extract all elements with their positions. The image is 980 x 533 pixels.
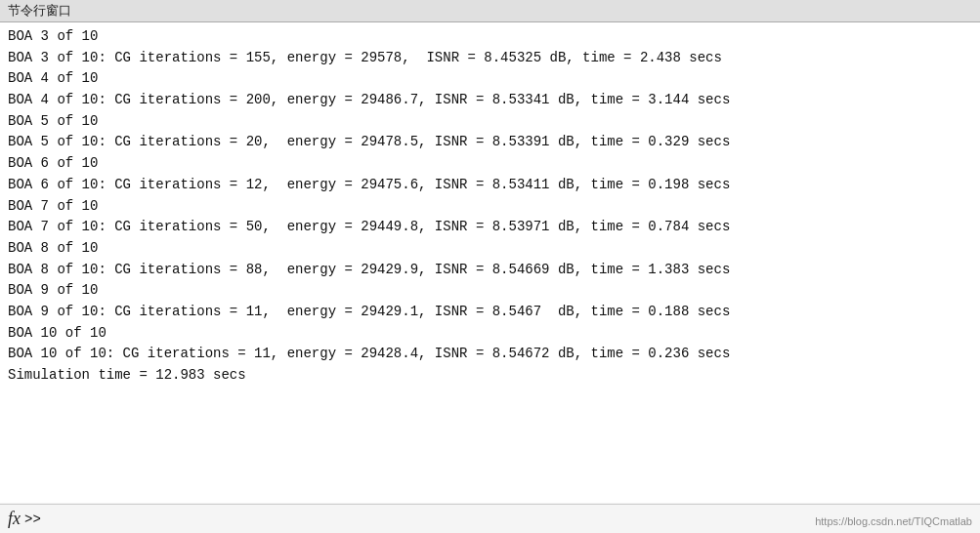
console-line: BOA 9 of 10 [8,280,972,302]
console-line: BOA 5 of 10 [8,111,972,133]
console-line: BOA 5 of 10: CG iterations = 20, energy … [8,132,972,153]
console-line: BOA 8 of 10 [8,238,972,260]
console-line: BOA 9 of 10: CG iterations = 11, energy … [8,302,972,323]
prompt-text: >> [24,512,41,527]
console-line: BOA 7 of 10: CG iterations = 50, energy … [8,217,972,238]
console-line: BOA 10 of 10 [8,323,972,345]
console-line: BOA 4 of 10 [8,68,972,90]
console-area: BOA 3 of 10BOA 3 of 10: CG iterations = … [0,22,980,503]
title-label: 节令行窗口 [8,2,71,20]
title-bar: 节令行窗口 [0,0,980,22]
watermark: https://blog.csdn.net/TIQCmatlab [815,515,972,527]
console-line: BOA 10 of 10: CG iterations = 11, energy… [8,344,972,365]
console-line: BOA 3 of 10: CG iterations = 155, energy… [8,48,972,69]
console-line: BOA 6 of 10 [8,153,972,175]
console-line: BOA 8 of 10: CG iterations = 88, energy … [8,260,972,281]
prompt-fx-icon: fx [8,509,21,529]
console-line: BOA 7 of 10 [8,196,972,218]
console-line: BOA 3 of 10 [8,26,972,48]
console-line: BOA 6 of 10: CG iterations = 12, energy … [8,175,972,196]
console-line: BOA 4 of 10: CG iterations = 200, energy… [8,90,972,111]
console-line: Simulation time = 12.983 secs [8,365,972,387]
